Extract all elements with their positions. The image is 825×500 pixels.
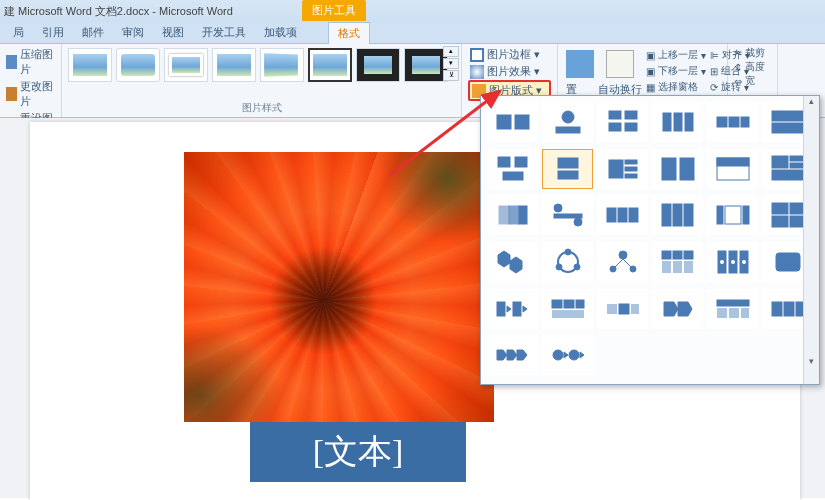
tab-developer[interactable]: 开发工具 — [193, 22, 255, 43]
svg-marker-53 — [510, 257, 522, 273]
svg-rect-78 — [513, 302, 521, 316]
smartart-item[interactable] — [542, 289, 593, 329]
svg-rect-19 — [558, 158, 578, 168]
smartart-item[interactable] — [707, 195, 758, 235]
compress-icon — [6, 55, 17, 69]
tab-layout[interactable]: 局 — [4, 22, 33, 43]
svg-marker-87 — [664, 302, 678, 316]
smartart-item[interactable] — [652, 195, 703, 235]
svg-rect-1 — [515, 115, 529, 129]
scroll-down[interactable]: ▾ — [804, 356, 819, 366]
tab-view[interactable]: 视图 — [153, 22, 193, 43]
style-thumb-6[interactable] — [308, 48, 352, 82]
smartart-item[interactable] — [487, 195, 538, 235]
tab-review[interactable]: 审阅 — [113, 22, 153, 43]
style-thumb-7[interactable] — [356, 48, 400, 82]
smartart-item[interactable] — [487, 335, 538, 375]
svg-rect-20 — [558, 171, 578, 179]
picture-effects-button[interactable]: 图片效果 ▾ — [468, 63, 551, 80]
smartart-item-selected[interactable] — [542, 149, 593, 189]
width-field[interactable]: ⇔ 宽 — [734, 74, 771, 88]
compress-button[interactable]: 压缩图片 — [6, 46, 55, 78]
selection-pane-button[interactable]: ▦ 选择窗格 — [646, 80, 706, 94]
svg-rect-48 — [772, 203, 788, 214]
style-nav-down[interactable]: ▾ — [443, 58, 459, 69]
smartart-item[interactable] — [542, 195, 593, 235]
smartart-item[interactable] — [652, 242, 703, 282]
svg-rect-14 — [772, 111, 804, 121]
smartart-item[interactable] — [487, 289, 538, 329]
svg-marker-98 — [517, 350, 527, 360]
tab-mailings[interactable]: 邮件 — [73, 22, 113, 43]
smartart-gallery: ▴ ▾ — [480, 95, 820, 385]
smartart-item[interactable] — [597, 289, 648, 329]
send-backward-button[interactable]: ▣ 下移一层 ▾ — [646, 64, 706, 78]
smartart-item[interactable] — [597, 242, 648, 282]
picture-border-button[interactable]: 图片边框 ▾ — [468, 46, 551, 63]
style-thumb-3[interactable] — [164, 48, 208, 82]
bring-forward-button[interactable]: ▣ 上移一层 ▾ — [646, 48, 706, 62]
svg-rect-51 — [790, 216, 804, 227]
picture-tools-tab[interactable]: 图片工具 — [302, 0, 366, 21]
svg-rect-13 — [741, 117, 749, 127]
svg-rect-25 — [662, 158, 676, 180]
svg-rect-9 — [674, 113, 682, 131]
smartart-item[interactable] — [487, 102, 538, 142]
style-thumb-8[interactable] — [404, 48, 448, 82]
svg-rect-75 — [776, 253, 800, 271]
svg-rect-86 — [631, 304, 639, 314]
tab-references[interactable]: 引用 — [33, 22, 73, 43]
svg-rect-47 — [743, 206, 749, 224]
svg-rect-76 — [497, 302, 505, 316]
svg-rect-5 — [625, 111, 637, 119]
smartart-item[interactable] — [597, 149, 648, 189]
smartart-caption[interactable]: [文本] — [250, 422, 466, 482]
inserted-image[interactable] — [184, 152, 494, 422]
smartart-item[interactable] — [487, 242, 538, 282]
svg-rect-10 — [685, 113, 693, 131]
smartart-item[interactable] — [707, 242, 758, 282]
svg-rect-89 — [717, 300, 749, 306]
svg-rect-37 — [554, 214, 582, 218]
svg-rect-90 — [717, 308, 727, 318]
svg-rect-46 — [725, 206, 741, 224]
svg-rect-4 — [609, 111, 621, 119]
height-field[interactable]: ⇕ 高度 — [734, 60, 771, 74]
smartart-item[interactable] — [542, 102, 593, 142]
smartart-item[interactable] — [487, 149, 538, 189]
tab-format[interactable]: 格式 — [328, 22, 370, 44]
style-thumb-1[interactable] — [68, 48, 112, 82]
svg-rect-26 — [680, 158, 694, 180]
smartart-item[interactable] — [652, 102, 703, 142]
svg-rect-29 — [772, 156, 788, 168]
smartart-item[interactable] — [597, 102, 648, 142]
smartart-item[interactable] — [597, 195, 648, 235]
svg-rect-16 — [498, 157, 510, 167]
style-thumb-2[interactable] — [116, 48, 160, 82]
svg-rect-21 — [609, 160, 623, 178]
style-nav-up[interactable]: ▴ — [443, 46, 459, 57]
smartart-item[interactable] — [542, 242, 593, 282]
crop-button[interactable]: ✂ 裁剪 — [734, 46, 771, 60]
change-picture-button[interactable]: 更改图片 — [6, 78, 55, 110]
svg-rect-67 — [673, 261, 682, 273]
smartart-item[interactable] — [542, 335, 593, 375]
style-thumb-5[interactable] — [260, 48, 304, 82]
svg-rect-42 — [662, 204, 671, 226]
wrap-icon[interactable] — [606, 50, 634, 78]
scroll-up[interactable]: ▴ — [804, 96, 819, 106]
svg-rect-40 — [618, 208, 627, 222]
smartart-item[interactable] — [707, 149, 758, 189]
gallery-scrollbar[interactable]: ▴ ▾ — [803, 96, 819, 384]
position-icon[interactable] — [566, 50, 594, 78]
svg-rect-24 — [625, 174, 637, 178]
smartart-item[interactable] — [652, 149, 703, 189]
tab-addins[interactable]: 加载项 — [255, 22, 306, 43]
smartart-item[interactable] — [707, 289, 758, 329]
style-thumb-4[interactable] — [212, 48, 256, 82]
svg-marker-77 — [507, 306, 511, 312]
smartart-item[interactable] — [652, 289, 703, 329]
smartart-item[interactable] — [707, 102, 758, 142]
svg-rect-6 — [609, 123, 621, 131]
style-nav-more[interactable]: ⊻ — [443, 70, 459, 81]
